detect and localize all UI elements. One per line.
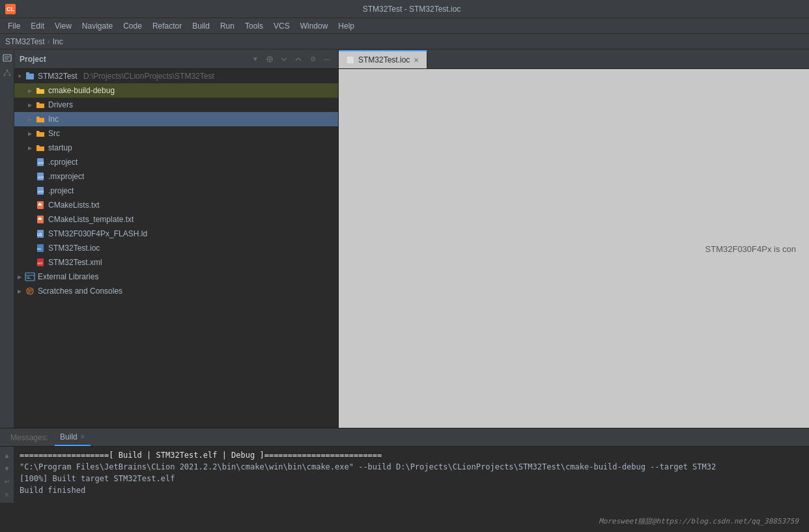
panel-dropdown-btn[interactable]: ▼ (249, 53, 261, 65)
tab-close-btn[interactable]: ✕ (414, 57, 419, 64)
root-label: STM32Test D:\Projects\CLionProjects\STM3… (38, 72, 214, 81)
item-label: cmake-build-debug (48, 86, 115, 95)
locate-file-btn[interactable] (264, 53, 276, 65)
panel-title: Project (20, 55, 247, 64)
tab-icon: ⬜ (347, 57, 354, 64)
tab-stm32test-ioc[interactable]: ⬜ STM32Test.ioc ✕ (339, 50, 427, 68)
svg-rect-1 (5, 57, 10, 57)
console-line: "C:\Program Files\JetBrains\CLion 2021.2… (20, 461, 804, 473)
item-label: STM32Test.ioc (48, 244, 100, 253)
svg-text:xml: xml (38, 161, 44, 165)
console-line: Build finished (20, 484, 804, 496)
menu-item-build[interactable]: Build (187, 18, 215, 33)
tree-item[interactable]: ▶ startup (14, 141, 338, 155)
item-label: startup (48, 143, 72, 152)
bottom-panel: Messages: Build ✕ ▲ ▼ ↵ ≡ ==============… (0, 428, 809, 532)
tree-item[interactable]: ▶ Src (14, 126, 338, 141)
breadcrumb-root[interactable]: STM32Test (5, 37, 45, 46)
bottom-side-icons: ▲ ▼ ↵ ≡ (0, 447, 14, 503)
menu-bar: FileEditViewNavigateCodeRefactorBuildRun… (0, 18, 809, 34)
scroll-down-btn[interactable]: ▼ (1, 462, 13, 474)
messages-tab[interactable]: Messages: (5, 428, 53, 446)
console-line: [100%] Built target STM32Test.elf (20, 473, 804, 484)
svg-text:xml: xml (37, 261, 42, 265)
scroll-up-btn[interactable]: ▲ (1, 449, 13, 461)
collapse-all-btn[interactable] (278, 53, 290, 65)
tree-item[interactable]: xml STM32Test.xml (14, 255, 338, 270)
menu-item-navigate[interactable]: Navigate (77, 18, 118, 33)
settings-btn[interactable]: ⚙ (307, 53, 319, 65)
bottom-controls: ▲ ▼ ↵ ≡ ===================[ Build | STM… (0, 447, 809, 503)
tree-item-inc[interactable]: ▶ Inc (14, 112, 338, 126)
build-tab[interactable]: Build ✕ (55, 428, 91, 446)
breadcrumb-leaf[interactable]: Inc (53, 37, 63, 46)
external-libraries-item[interactable]: ▶ External Libraries (14, 270, 338, 284)
main-area: Project ▼ ⚙ — ▼ STM32Test (0, 49, 809, 428)
editor-text: STM32F030F4Px is con (705, 244, 796, 253)
menu-item-window[interactable]: Window (295, 18, 334, 33)
svg-point-5 (8, 74, 10, 76)
tree-item[interactable]: LD STM32F030F4Px_FLASH.ld (14, 227, 338, 241)
svg-text:LD: LD (37, 232, 42, 236)
hide-btn[interactable]: — (321, 53, 333, 65)
menu-item-vcs[interactable]: VCS (268, 18, 295, 33)
menu-item-run[interactable]: Run (215, 18, 240, 33)
item-label: STM32F030F4Px_FLASH.ld (48, 229, 147, 238)
menu-item-file[interactable]: File (3, 18, 25, 33)
menu-item-code[interactable]: Code (118, 18, 147, 33)
tree-item[interactable]: CMakeLists_template.txt (14, 212, 338, 227)
content-area: ⬜ STM32Test.ioc ✕ STM32F030F4Px is con (339, 49, 809, 428)
svg-line-7 (7, 72, 10, 74)
svg-point-3 (6, 70, 8, 72)
title-bar: CL STM32Test - STM32Test.ioc (0, 0, 809, 18)
soft-wrap-btn[interactable]: ↵ (1, 475, 13, 487)
tab-label: STM32Test.ioc (358, 55, 410, 64)
tree-item[interactable]: xml .mxproject (14, 169, 338, 184)
svg-rect-2 (5, 59, 8, 59)
svg-text:xml: xml (38, 189, 44, 193)
svg-line-6 (5, 72, 7, 74)
menu-item-view[interactable]: View (50, 18, 77, 33)
tree-container[interactable]: ▼ STM32Test D:\Projects\CLionProjects\ST… (14, 69, 338, 428)
menu-item-refactor[interactable]: Refactor (147, 18, 187, 33)
item-label: Src (48, 129, 60, 138)
panel-header: Project ▼ ⚙ — (14, 49, 338, 69)
item-label: Inc (48, 115, 59, 124)
scratches-consoles-item[interactable]: ▶ Scratches and Consoles (14, 284, 338, 298)
bottom-tabs: Messages: Build ✕ (0, 428, 809, 447)
item-label: CMakeLists.txt (48, 201, 100, 210)
tree-root[interactable]: ▼ STM32Test D:\Projects\CLionProjects\ST… (14, 69, 338, 83)
breadcrumb-bar: STM32Test › Inc (0, 34, 809, 49)
breadcrumb-sep: › (48, 37, 50, 46)
console-output: ===================[ Build | STM32Test.e… (14, 447, 809, 503)
svg-rect-32 (27, 278, 31, 279)
svg-rect-12 (26, 72, 29, 74)
tree-item[interactable]: CMakeLists.txt (14, 198, 338, 212)
tree-item[interactable]: ▶ cmake-build-debug (14, 83, 338, 98)
menu-item-edit[interactable]: Edit (25, 18, 50, 33)
item-label: .mxproject (48, 172, 84, 181)
item-label: Drivers (48, 100, 73, 109)
expand-all-btn[interactable] (292, 53, 304, 65)
project-tool-button[interactable] (1, 52, 14, 65)
svg-text:ioc: ioc (37, 247, 42, 251)
structure-tool-button[interactable] (1, 66, 14, 79)
external-libraries-label: External Libraries (38, 272, 98, 281)
console-line: ===================[ Build | STM32Test.e… (20, 449, 804, 461)
tree-item[interactable]: ioc STM32Test.ioc (14, 241, 338, 255)
tree-item[interactable]: ▶ Drivers (14, 98, 338, 112)
tree-item[interactable]: xml .project (14, 184, 338, 198)
filter-btn[interactable]: ≡ (1, 488, 13, 500)
tab-bar: ⬜ STM32Test.ioc ✕ (339, 49, 809, 69)
item-label: .cproject (48, 158, 78, 167)
menu-item-help[interactable]: Help (333, 18, 360, 33)
tree-item[interactable]: xml .cproject (14, 155, 338, 169)
menu-item-tools[interactable]: Tools (240, 18, 268, 33)
editor-content: STM32F030F4Px is con (339, 69, 809, 428)
sidebar-icons (0, 49, 14, 428)
app-logo: CL (5, 4, 16, 14)
item-label: .project (48, 186, 74, 195)
build-tab-close[interactable]: ✕ (80, 434, 85, 440)
svg-rect-31 (27, 277, 29, 277)
item-label: CMakeLists_template.txt (48, 215, 134, 224)
